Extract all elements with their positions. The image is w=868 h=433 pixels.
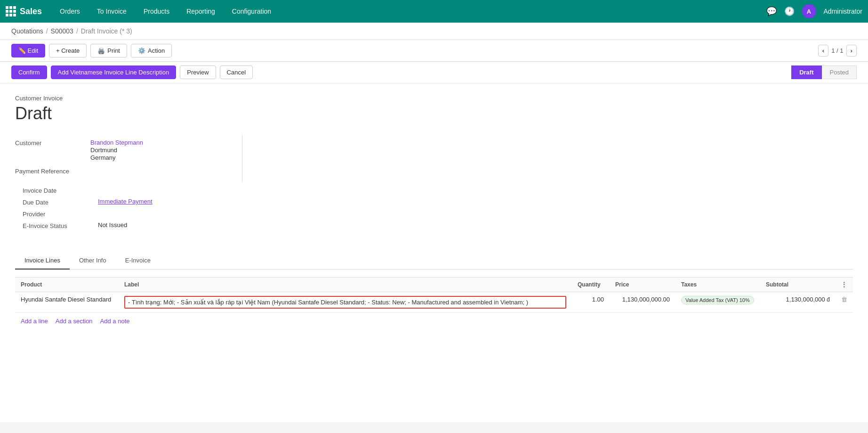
customer-city: Dortmund <box>90 147 117 154</box>
toolbar: ✏️ Edit + Create 🖨️ Print ⚙️ Action ‹ 1 … <box>0 40 868 62</box>
form-divider <box>242 135 242 182</box>
customer-label: Customer <box>15 139 90 147</box>
preview-button[interactable]: Preview <box>180 65 216 79</box>
status-draft[interactable]: Draft <box>791 65 821 79</box>
invoice-form: Customer Brandon Stepmann Dortmund Germa… <box>15 135 439 237</box>
provider-row: Provider <box>23 210 227 218</box>
customer-country: Germany <box>90 154 115 161</box>
add-line-link[interactable]: Add a line <box>21 318 48 325</box>
action-button[interactable]: ⚙️ Action <box>131 44 172 57</box>
brand-logo[interactable]: Sales <box>6 6 42 16</box>
due-date-row: Due Date Immediate Payment <box>23 198 227 206</box>
grid-icon <box>6 6 16 16</box>
tab-invoice-lines[interactable]: Invoice Lines <box>15 252 70 270</box>
cell-product: Hyundai Santafe Diesel Standard <box>15 292 119 313</box>
add-row-section: Add a line Add a section Add a note <box>15 313 853 329</box>
create-button[interactable]: + Create <box>49 44 87 57</box>
nav-configuration[interactable]: Configuration <box>225 0 278 23</box>
prev-arrow[interactable]: ‹ <box>818 45 828 57</box>
th-taxes: Taxes <box>675 278 760 292</box>
label-cell-highlighted: - Tình trạng: Mới; - Sản xuất và lắp ráp… <box>124 296 566 309</box>
customer-value: Brandon Stepmann Dortmund Germany <box>90 139 143 161</box>
th-price: Price <box>610 278 675 292</box>
tab-other-info[interactable]: Other Info <box>70 252 116 270</box>
breadcrumb: Quotations / S00003 / Draft Invoice (* 3… <box>0 23 868 40</box>
breadcrumb-quotations[interactable]: Quotations <box>11 27 43 35</box>
th-quantity: Quantity <box>572 278 610 292</box>
clock-icon[interactable]: 🕐 <box>784 6 795 16</box>
payment-reference-row: Payment Reference <box>15 167 227 175</box>
main-content: Customer Invoice Draft Customer Brandon … <box>0 83 868 422</box>
add-vn-invoice-button[interactable]: Add Vietnamese Invoice Line Description <box>51 65 177 79</box>
due-date-label: Due Date <box>23 198 98 206</box>
next-arrow[interactable]: › <box>846 45 857 57</box>
table-row: Hyundai Santafe Diesel Standard - Tình t… <box>15 292 853 313</box>
breadcrumb-current: Draft Invoice (* 3) <box>81 27 132 35</box>
avatar[interactable]: A <box>802 4 816 18</box>
invoice-title: Draft <box>15 104 853 123</box>
form-left: Customer Brandon Stepmann Dortmund Germa… <box>15 135 227 182</box>
invoice-date-label: Invoice Date <box>23 186 98 194</box>
th-options: ⋮ <box>836 278 853 292</box>
status-posted[interactable]: Posted <box>822 65 857 79</box>
nav-products[interactable]: Products <box>137 0 176 23</box>
invoice-date-row: Invoice Date <box>23 186 227 194</box>
nav-to-invoice[interactable]: To Invoice <box>90 0 133 23</box>
add-note-link[interactable]: Add a note <box>100 318 130 325</box>
einvoice-status-value: Not Issued <box>98 221 127 229</box>
cell-delete[interactable]: 🗑 <box>836 292 853 313</box>
tab-einvoice[interactable]: E-Invoice <box>116 252 160 270</box>
edit-button[interactable]: ✏️ Edit <box>11 44 45 57</box>
confirm-button[interactable]: Confirm <box>11 65 47 79</box>
breadcrumb-s00003[interactable]: S00003 <box>51 27 73 35</box>
topnav-right: 💬 🕐 A Administrator <box>766 4 862 18</box>
nav-orders[interactable]: Orders <box>53 0 87 23</box>
th-product: Product <box>15 278 119 292</box>
customer-row: Customer Brandon Stepmann Dortmund Germa… <box>15 139 227 161</box>
th-subtotal: Subtotal <box>760 278 836 292</box>
cell-quantity: 1.00 <box>572 292 610 313</box>
cell-subtotal: 1,130,000,000 đ <box>760 292 836 313</box>
admin-name: Administrator <box>824 8 862 15</box>
payment-reference-label: Payment Reference <box>15 167 90 175</box>
print-button[interactable]: 🖨️ Print <box>90 44 127 57</box>
add-section-link[interactable]: Add a section <box>56 318 93 325</box>
brand-name: Sales <box>20 7 42 16</box>
cell-taxes: Value Added Tax (VAT) 10% <box>675 292 760 313</box>
pagination-text: 1 / 1 <box>831 47 843 54</box>
top-navigation: Sales Orders To Invoice Products Reporti… <box>0 0 868 23</box>
provider-label: Provider <box>23 210 98 218</box>
pagination: ‹ 1 / 1 › <box>818 45 857 57</box>
statusbar: Confirm Add Vietnamese Invoice Line Desc… <box>0 62 868 83</box>
invoice-type: Customer Invoice <box>15 95 853 102</box>
customer-name[interactable]: Brandon Stepmann <box>90 139 143 146</box>
invoice-table: Product Label Quantity Price Taxes Subto… <box>15 277 853 313</box>
cell-label: - Tình trạng: Mới; - Sản xuất và lắp ráp… <box>119 292 572 313</box>
invoice-tabs: Invoice Lines Other Info E-Invoice <box>15 252 853 270</box>
cancel-button[interactable]: Cancel <box>220 65 253 79</box>
tax-badge: Value Added Tax (VAT) 10% <box>681 296 754 304</box>
einvoice-status-row: E-Invoice Status Not Issued <box>23 221 227 229</box>
nav-reporting[interactable]: Reporting <box>180 0 222 23</box>
th-label: Label <box>119 278 572 292</box>
chat-icon[interactable]: 💬 <box>766 6 777 16</box>
cell-price: 1,130,000,000.00 <box>610 292 675 313</box>
status-tabs: Draft Posted <box>791 65 857 79</box>
form-right: Invoice Date Due Date Immediate Payment … <box>15 182 227 237</box>
due-date-value[interactable]: Immediate Payment <box>98 198 153 205</box>
einvoice-status-label: E-Invoice Status <box>23 221 98 229</box>
